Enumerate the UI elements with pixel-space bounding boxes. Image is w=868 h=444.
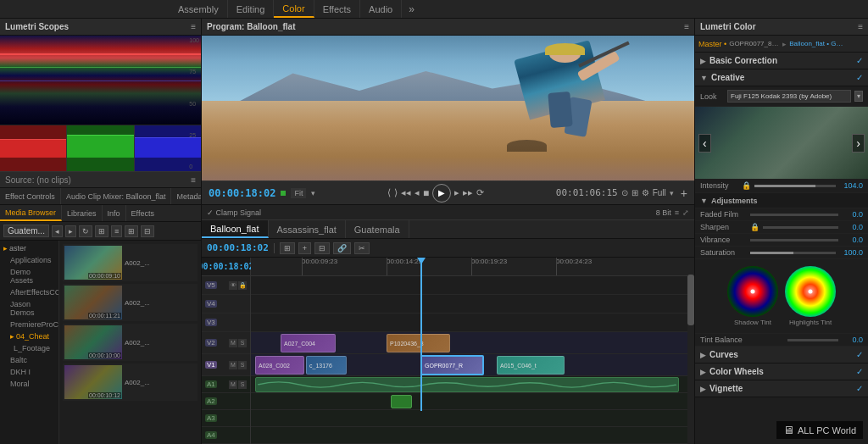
folder-item-l-footage[interactable]: L_Footage — [0, 342, 58, 354]
btn-next-edit[interactable]: ▸ — [454, 187, 459, 198]
clip-gopr0077[interactable]: GOPR0077_R — [420, 355, 484, 375]
btn-mark-in[interactable]: ⟨ — [387, 187, 391, 198]
btn-mark-out[interactable]: ⟩ — [394, 187, 398, 198]
highlight-tint-wheel[interactable] — [785, 266, 836, 317]
list-view-btn[interactable]: ≡ — [111, 225, 122, 237]
clamp-menu-icon[interactable]: ≡ — [675, 208, 679, 217]
folder-item-aster[interactable]: ▸aster — [0, 242, 58, 254]
btn-v2-eye[interactable]: M — [229, 339, 237, 347]
btn-v5-eye[interactable]: 👁 — [229, 281, 237, 290]
monitor-fit-label[interactable]: Fit — [291, 188, 306, 198]
clip-a015-c046[interactable]: A015_C046_t — [497, 356, 565, 375]
btn-stop[interactable]: ■ — [423, 187, 429, 199]
lumetri-menu-icon[interactable]: ≡ — [858, 22, 863, 31]
clamp-expand-icon[interactable]: ⤢ — [682, 208, 689, 217]
new-folder-btn[interactable]: ⊞ — [95, 225, 108, 237]
btn-loop[interactable]: ⟳ — [476, 187, 484, 198]
section-color-wheels[interactable]: ▶ Color Wheels ✓ — [695, 364, 868, 380]
tab-assembly[interactable]: Assembly — [170, 0, 228, 18]
timeline-tab-assassins[interactable]: Assassins_flat — [269, 220, 346, 238]
btn-v1-s[interactable]: S — [238, 361, 247, 369]
timeline-tab-balloon[interactable]: Balloon_flat — [202, 220, 269, 238]
section-vignette[interactable]: ▶ Vignette ✓ — [695, 380, 868, 397]
clip-c13176[interactable]: c_13176 — [306, 356, 347, 375]
btn-a1-m[interactable]: M — [229, 380, 237, 389]
btn-sequence-settings[interactable]: ⊞ — [280, 242, 295, 254]
btn-settings[interactable]: ⚙ — [642, 188, 649, 197]
folder-item-dkh[interactable]: DKH I — [0, 366, 58, 378]
section-curves[interactable]: ▶ Curves ✓ — [695, 347, 868, 364]
btn-v5-lock[interactable]: 🔒 — [238, 281, 247, 290]
btn-export-frame[interactable]: ⊙ — [621, 188, 628, 197]
btn-v1-m[interactable]: M — [229, 361, 237, 369]
tab-audio-clip-mixer[interactable]: Audio Clip Mixer: Balloon_flat — [61, 188, 172, 204]
tab-effects[interactable]: Effects — [314, 0, 360, 18]
folder-item-aftereffects[interactable]: AfterEffectsCC — [0, 286, 58, 298]
tab-color[interactable]: Color — [274, 0, 314, 18]
folder-item-applications[interactable]: Applications — [0, 254, 58, 266]
thumbnail-size-btn[interactable]: ⊟ — [141, 225, 154, 237]
thumb-item-4[interactable]: 00:00:10:12 A002_... — [63, 364, 198, 401]
faded-film-slider[interactable] — [750, 214, 838, 216]
thumb-item-1[interactable]: 00:00:09:10 A002_... — [63, 244, 198, 281]
tab-effects-media[interactable]: Effects — [126, 205, 159, 221]
monitor-menu-icon[interactable]: ≡ — [684, 22, 689, 31]
folder-item-jason-demos[interactable]: Jason Demos — [0, 298, 58, 319]
monitor-dropdown[interactable]: ▾ — [670, 189, 674, 197]
saturation-slider[interactable] — [750, 252, 836, 254]
btn-linked-selection[interactable]: 🔗 — [333, 242, 351, 254]
folder-item-demo-assets[interactable]: Demo Assets — [0, 266, 58, 286]
tint-balance-slider[interactable] — [787, 339, 838, 341]
clip-a028-c002[interactable]: A028_C002 — [255, 356, 304, 375]
folder-item-baltc[interactable]: Baltc — [0, 354, 58, 366]
btn-prev-edit[interactable]: ◂ — [415, 187, 420, 198]
btn-safe-margins[interactable]: ⊞ — [632, 188, 638, 197]
monitor-fit-dropdown[interactable]: ▾ — [311, 189, 315, 197]
intensity-slider[interactable] — [754, 185, 836, 187]
folder-item-04-cheats[interactable]: ▸ 04_Cheat — [0, 330, 58, 342]
track-header-a3: A3 — [202, 410, 250, 427]
sharpen-slider[interactable] — [763, 226, 838, 229]
btn-add-marker[interactable]: + — [681, 186, 687, 200]
thumb-item-2[interactable]: 00:00:11:21 A002_... — [63, 284, 198, 321]
tab-effect-controls[interactable]: Effect Controls — [0, 188, 61, 204]
tab-info[interactable]: Info — [103, 205, 126, 221]
look-prev-btn[interactable]: ‹ — [698, 134, 711, 153]
btn-step-back[interactable]: ◂◂ — [401, 187, 411, 198]
tab-editing[interactable]: Editing — [228, 0, 275, 18]
section-creative-header[interactable]: ▼ Creative ✓ — [695, 69, 868, 86]
look-dropdown-btn[interactable]: ▾ — [854, 91, 863, 102]
clip-p1020436[interactable]: P1020436_8 — [387, 334, 450, 352]
tab-media-browser[interactable]: Media Browser — [0, 205, 62, 221]
nav-forward-btn[interactable]: ▸ — [65, 225, 76, 237]
timeline-scrollbar[interactable] — [687, 258, 694, 444]
scopes-menu-icon[interactable]: ≡ — [191, 22, 196, 31]
btn-step-fwd[interactable]: ▸▸ — [463, 187, 473, 198]
tab-audio[interactable]: Audio — [360, 0, 402, 18]
refresh-btn[interactable]: ↻ — [79, 225, 92, 237]
btn-razor[interactable]: ✂ — [354, 242, 370, 254]
look-next-btn[interactable]: › — [852, 134, 865, 153]
section-basic-correction[interactable]: ▶ Basic Correction ✓ — [695, 53, 868, 69]
icon-view-btn[interactable]: ⊞ — [125, 225, 138, 237]
btn-snap[interactable]: ⊟ — [314, 242, 330, 254]
btn-a1-s[interactable]: S — [238, 380, 247, 389]
shadow-tint-wheel[interactable] — [727, 266, 778, 317]
source-menu-icon[interactable]: ≡ — [191, 175, 196, 185]
thumb-item-3[interactable]: 00:00:10:00 A002_... — [63, 324, 198, 361]
btn-v2-s[interactable]: S — [238, 339, 247, 347]
vibrance-slider[interactable] — [750, 239, 838, 241]
timeline-tab-guatemala[interactable]: Guatemala — [346, 220, 409, 238]
nav-back-btn[interactable]: ◂ — [52, 225, 63, 237]
btn-add-track[interactable]: + — [298, 242, 311, 254]
monitor-fullscreen-btn[interactable]: Full — [653, 188, 666, 197]
btn-play[interactable]: ▶ — [432, 184, 451, 203]
tab-libraries[interactable]: Libraries — [62, 205, 103, 221]
tab-metadata[interactable]: Metadata — [171, 188, 201, 204]
audio-clip-1[interactable] — [255, 377, 679, 392]
audio-clip-green[interactable] — [391, 395, 412, 408]
folder-item-premiere[interactable]: PremiereProCc — [0, 319, 58, 330]
clip-a027-c004[interactable]: A027_C004 — [281, 334, 336, 352]
folder-item-moral[interactable]: Moral — [0, 378, 58, 390]
more-tabs-icon[interactable]: » — [402, 3, 421, 15]
